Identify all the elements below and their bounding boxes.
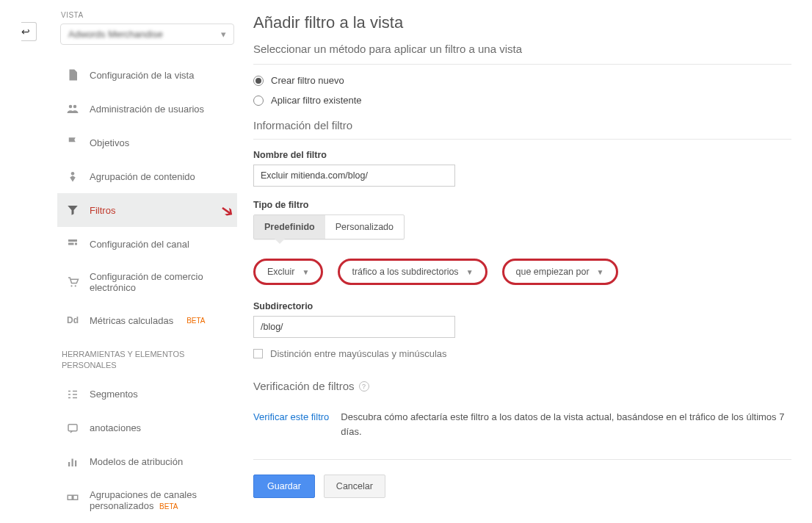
radio-apply-existing[interactable]: Aplicar filtro existente	[253, 95, 791, 106]
view-picker-text: Adwords Merchandise	[68, 29, 163, 40]
subdirectory-input[interactable]	[253, 316, 455, 338]
filter-name-label: Nombre del filtro	[253, 150, 791, 160]
sidebar-item-label: Configuración del canal	[90, 239, 189, 250]
highlight-circle: tráfico a los subdirectorios ▼	[338, 259, 487, 285]
dd-icon: Dd	[66, 314, 79, 327]
flag-icon	[66, 136, 79, 149]
view-picker[interactable]: Adwords Merchandise ▾	[60, 24, 234, 45]
radio-dot-icon	[253, 95, 264, 106]
view-section-label: VISTA	[61, 11, 237, 19]
sidebar-item-label: Agrupación de contenido	[90, 171, 195, 182]
radio-create-new[interactable]: Crear filtro nuevo	[253, 75, 791, 86]
svg-rect-8	[68, 425, 77, 431]
dropdown-label: Excluir	[267, 267, 295, 277]
chevron-down-icon: ▼	[302, 268, 310, 276]
chevron-down-icon: ▾	[221, 29, 226, 40]
dropdown-label: tráfico a los subdirectorios	[352, 267, 458, 277]
filter-name-input[interactable]	[253, 165, 455, 187]
beta-badge: BETA	[186, 317, 205, 325]
radio-dot-icon	[253, 76, 264, 86]
sidebar-item-attribution-models[interactable]: Modelos de atribución	[57, 445, 237, 479]
verify-heading: Verificación de filtros	[253, 380, 355, 392]
back-arrow-icon: ↩	[21, 26, 30, 37]
sidebar-item-channel-settings[interactable]: Configuración del canal	[57, 227, 237, 261]
sidebar-item-content-grouping[interactable]: Agrupación de contenido	[57, 159, 237, 193]
sidebar-item-label: Agrupaciones de canales personalizados	[90, 489, 197, 511]
save-button[interactable]: Guardar	[253, 475, 315, 498]
sidebar-item-segments[interactable]: Segmentos	[57, 378, 237, 411]
tools-section-label: HERRAMIENTAS Y ELEMENTOS PERSONALES	[62, 349, 230, 372]
sidebar-item-label: Filtros	[90, 205, 115, 216]
svg-rect-3	[68, 239, 77, 242]
svg-point-2	[71, 172, 75, 176]
funnel-icon	[66, 203, 79, 217]
filter-type-tabs: Predefinido Personalizado	[253, 214, 405, 239]
sidebar-item-label: Modelos de atribución	[90, 456, 183, 467]
sidebar-item-label: anotaciones	[90, 422, 141, 433]
cart-icon	[66, 275, 79, 289]
tab-custom[interactable]: Personalizado	[325, 215, 404, 239]
subdirectory-label: Subdirectorio	[253, 301, 791, 311]
radio-label: Aplicar filtro existente	[271, 95, 362, 106]
case-sensitive-label: Distinción entre mayúsculas y minúsculas	[270, 348, 447, 359]
highlight-circle: Excluir ▼	[253, 259, 323, 285]
group-icon	[66, 494, 79, 507]
channel-icon	[66, 237, 79, 250]
dropdown-label: que empiezan por	[516, 267, 590, 277]
bars-icon	[66, 455, 79, 469]
sidebar-item-view-settings[interactable]: Configuración de la vista	[57, 58, 237, 92]
svg-rect-4	[68, 243, 74, 245]
svg-point-6	[70, 285, 72, 286]
sidebar-item-label: Configuración de comercio electrónico	[90, 271, 228, 293]
svg-point-1	[73, 105, 77, 109]
main-content: Añadir filtro a la vista Seleccionar un …	[237, 0, 812, 523]
sidebar-item-custom-channel-groups[interactable]: Agrupaciones de canales personalizados B…	[57, 479, 237, 522]
radio-label: Crear filtro nuevo	[271, 75, 344, 86]
beta-badge: BETA	[159, 502, 178, 511]
info-heading: Información del filtro	[253, 119, 791, 140]
dropdown-expression[interactable]: que empiezan por ▼	[509, 262, 612, 281]
sidebar-item-goals[interactable]: Objetivos	[57, 126, 237, 159]
sidebar-item-annotations[interactable]: anotaciones	[57, 411, 237, 445]
sidebar-item-ecommerce-settings[interactable]: Configuración de comercio electrónico	[57, 261, 237, 303]
svg-point-7	[75, 285, 76, 286]
sidebar-item-label: Segmentos	[90, 389, 138, 400]
sidebar-item-user-admin[interactable]: Administración de usuarios	[57, 92, 237, 126]
document-icon	[66, 68, 79, 82]
svg-rect-11	[75, 461, 76, 466]
sidebar-item-label: Objetivos	[90, 137, 129, 148]
filter-type-label: Tipo de filtro	[253, 200, 791, 210]
svg-rect-13	[73, 495, 78, 499]
sidebar: VISTA Adwords Merchandise ▾ Configuració…	[57, 0, 237, 523]
svg-rect-5	[75, 243, 77, 245]
person-icon	[66, 170, 79, 183]
chevron-down-icon: ▼	[466, 268, 474, 276]
svg-rect-10	[72, 458, 73, 466]
users-icon	[66, 102, 79, 115]
chevron-down-icon: ▼	[597, 268, 604, 276]
cancel-button[interactable]: Cancelar	[324, 475, 385, 498]
verify-filter-link[interactable]: Verificar este filtro	[253, 410, 329, 439]
dropdown-exclude[interactable]: Excluir ▼	[260, 262, 316, 281]
verify-description: Descubra cómo afectaría este filtro a lo…	[341, 410, 791, 439]
dropdown-traffic-type[interactable]: tráfico a los subdirectorios ▼	[344, 262, 480, 281]
method-heading: Seleccionar un método para aplicar un fi…	[253, 43, 791, 65]
sidebar-item-calculated-metrics[interactable]: Dd Métricas calculadas BETA	[57, 303, 237, 337]
sidebar-item-filters[interactable]: Filtros	[57, 193, 237, 227]
svg-rect-12	[68, 495, 72, 499]
back-button[interactable]: ↩	[21, 22, 37, 41]
tab-predefined[interactable]: Predefinido	[254, 215, 325, 239]
svg-point-0	[69, 105, 73, 109]
sidebar-item-label: Configuración de la vista	[90, 70, 194, 81]
segments-icon	[66, 388, 79, 401]
svg-rect-9	[68, 462, 70, 466]
page-title: Añadir filtro a la vista	[253, 13, 791, 32]
sidebar-item-label: Métricas calculadas	[90, 315, 173, 326]
sidebar-item-label: Administración de usuarios	[90, 104, 204, 115]
annotations-icon	[66, 422, 79, 435]
tab-pointer	[275, 239, 285, 244]
help-icon[interactable]: ?	[359, 381, 369, 392]
highlight-circle: que empiezan por ▼	[502, 259, 618, 285]
case-sensitive-checkbox[interactable]	[253, 349, 263, 358]
